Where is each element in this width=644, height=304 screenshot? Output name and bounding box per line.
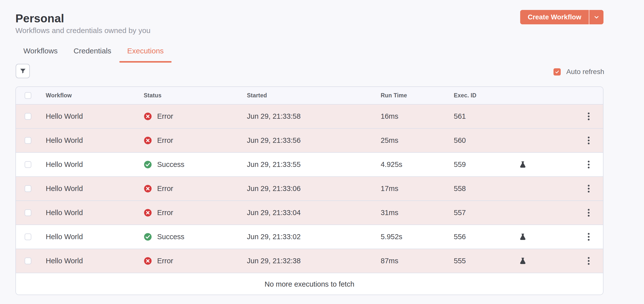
exec-id: 561 bbox=[454, 112, 510, 120]
table-header-row: Workflow Status Started Run Time Exec. I… bbox=[16, 87, 603, 105]
status-label: Error bbox=[157, 112, 173, 120]
workflow-name: Hello World bbox=[46, 257, 144, 265]
exec-id: 559 bbox=[454, 160, 510, 169]
executions-table: Workflow Status Started Run Time Exec. I… bbox=[16, 86, 604, 295]
checkbox-checked-icon[interactable] bbox=[554, 68, 561, 75]
exec-id: 558 bbox=[454, 185, 510, 193]
exec-id: 556 bbox=[454, 233, 510, 241]
chevron-down-icon bbox=[593, 14, 600, 20]
column-header-started: Started bbox=[247, 92, 381, 99]
error-status-icon bbox=[144, 112, 152, 120]
error-status-icon bbox=[144, 209, 152, 217]
started-at: Jun 29, 21:33:58 bbox=[247, 112, 381, 120]
create-workflow-button[interactable]: Create Workflow bbox=[520, 10, 604, 24]
create-workflow-dropdown-button[interactable] bbox=[589, 10, 604, 24]
flask-icon bbox=[519, 257, 527, 265]
tab-executions[interactable]: Executions bbox=[127, 47, 164, 57]
status-label: Error bbox=[157, 209, 173, 217]
run-time: 25ms bbox=[381, 136, 454, 145]
row-menu-button[interactable] bbox=[586, 232, 591, 242]
row-menu-button[interactable] bbox=[586, 135, 591, 146]
execution-row[interactable]: Hello World Error Jun 29, 21:33:56 25ms … bbox=[16, 129, 603, 153]
row-checkbox[interactable] bbox=[24, 185, 31, 192]
column-header-status: Status bbox=[144, 92, 247, 99]
started-at: Jun 29, 21:33:55 bbox=[247, 160, 381, 169]
workflow-name: Hello World bbox=[46, 233, 144, 241]
auto-refresh-toggle[interactable]: Auto refresh bbox=[554, 67, 604, 76]
run-time: 4.925s bbox=[381, 160, 454, 169]
row-checkbox[interactable] bbox=[24, 161, 31, 168]
execution-row[interactable]: Hello World Success Jun 29, 21:33:02 5.9… bbox=[16, 225, 603, 249]
status-label: Error bbox=[157, 185, 173, 193]
workflow-name: Hello World bbox=[46, 209, 144, 217]
status-label: Error bbox=[157, 136, 173, 145]
run-time: 5.952s bbox=[381, 233, 454, 241]
execution-row[interactable]: Hello World Error Jun 29, 21:33:04 31ms … bbox=[16, 201, 603, 225]
select-all-checkbox[interactable] bbox=[24, 92, 31, 99]
run-time: 87ms bbox=[381, 257, 454, 265]
column-header-workflow: Workflow bbox=[46, 92, 144, 99]
status-label: Success bbox=[157, 160, 184, 169]
column-header-runtime: Run Time bbox=[381, 92, 454, 99]
error-status-icon bbox=[144, 185, 152, 193]
success-status-icon bbox=[144, 233, 152, 241]
exec-id: 560 bbox=[454, 136, 510, 145]
error-status-icon bbox=[144, 136, 152, 145]
page-subtitle: Workflows and credentials owned by you bbox=[16, 26, 150, 35]
row-menu-button[interactable] bbox=[586, 159, 591, 170]
started-at: Jun 29, 21:33:04 bbox=[247, 209, 381, 217]
tabs: Workflows Credentials Executions bbox=[23, 47, 164, 57]
run-time: 17ms bbox=[381, 185, 454, 193]
row-checkbox[interactable] bbox=[24, 113, 31, 120]
started-at: Jun 29, 21:33:56 bbox=[247, 136, 381, 145]
funnel-icon bbox=[20, 67, 26, 74]
started-at: Jun 29, 21:33:06 bbox=[247, 185, 381, 193]
row-checkbox[interactable] bbox=[24, 209, 31, 216]
success-status-icon bbox=[144, 160, 152, 169]
started-at: Jun 29, 21:33:02 bbox=[247, 233, 381, 241]
row-checkbox[interactable] bbox=[24, 137, 31, 144]
row-checkbox[interactable] bbox=[24, 234, 31, 240]
row-menu-button[interactable] bbox=[586, 256, 591, 266]
tab-credentials[interactable]: Credentials bbox=[74, 47, 112, 57]
exec-id: 555 bbox=[454, 257, 510, 265]
table-footer-message: No more executions to fetch bbox=[16, 273, 603, 295]
execution-row[interactable]: Hello World Error Jun 29, 21:33:06 17ms … bbox=[16, 177, 603, 201]
flask-icon bbox=[519, 233, 527, 241]
status-label: Success bbox=[157, 233, 184, 241]
started-at: Jun 29, 21:32:38 bbox=[247, 257, 381, 265]
row-menu-button[interactable] bbox=[586, 183, 591, 194]
row-checkbox[interactable] bbox=[24, 258, 31, 264]
auto-refresh-label: Auto refresh bbox=[566, 68, 604, 76]
run-time: 16ms bbox=[381, 112, 454, 120]
flask-icon bbox=[519, 161, 527, 168]
execution-row[interactable]: Hello World Success Jun 29, 21:33:55 4.9… bbox=[16, 153, 603, 177]
column-header-execid: Exec. ID bbox=[454, 92, 510, 99]
exec-id: 557 bbox=[454, 209, 510, 217]
row-menu-button[interactable] bbox=[586, 207, 591, 218]
status-label: Error bbox=[157, 257, 173, 265]
run-time: 31ms bbox=[381, 209, 454, 217]
tab-workflows[interactable]: Workflows bbox=[23, 47, 58, 57]
create-workflow-main-button[interactable]: Create Workflow bbox=[520, 10, 589, 24]
execution-row[interactable]: Hello World Error Jun 29, 21:33:58 16ms … bbox=[16, 105, 603, 129]
error-status-icon bbox=[144, 257, 152, 265]
filter-button[interactable] bbox=[16, 64, 30, 78]
row-menu-button[interactable] bbox=[586, 111, 591, 122]
workflow-name: Hello World bbox=[46, 112, 144, 120]
workflow-name: Hello World bbox=[46, 185, 144, 193]
execution-row[interactable]: Hello World Error Jun 29, 21:32:38 87ms … bbox=[16, 249, 603, 273]
page-title: Personal bbox=[16, 12, 64, 24]
workflow-name: Hello World bbox=[46, 160, 144, 169]
workflow-name: Hello World bbox=[46, 136, 144, 145]
table-body: Hello World Error Jun 29, 21:33:58 16ms … bbox=[16, 105, 603, 273]
